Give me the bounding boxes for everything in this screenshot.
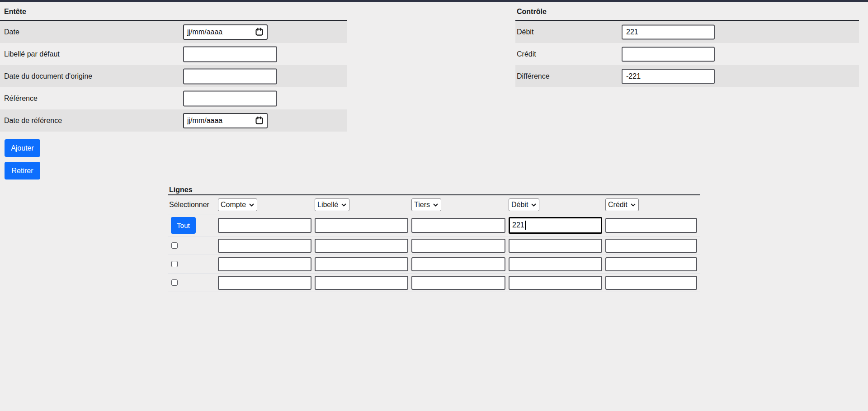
text-caret: [525, 221, 526, 230]
libelle-input[interactable]: [315, 239, 408, 253]
reference-input[interactable]: [183, 90, 277, 106]
form-row: Date de référence jj/mm/aaaa: [0, 109, 347, 132]
libelle-input[interactable]: [315, 257, 408, 271]
credit-input[interactable]: [605, 276, 697, 290]
date-reference-input[interactable]: jj/mm/aaaa: [183, 113, 268, 128]
date-document-origine-label: Date du document d'origine: [4, 72, 92, 80]
chevron-down-icon: [341, 203, 346, 207]
compte-input[interactable]: [218, 218, 311, 233]
tiers-input[interactable]: [411, 276, 505, 290]
debit-input[interactable]: [509, 239, 602, 253]
table-row: Tout 221: [168, 214, 700, 236]
form-row: Référence: [0, 87, 347, 109]
controle-section: Contrôle Débit Crédit Différence: [515, 2, 859, 87]
debit-total-input[interactable]: [622, 24, 715, 39]
libelle-select[interactable]: Libellé: [315, 198, 349, 211]
row-checkbox[interactable]: [171, 242, 178, 249]
date-label: Date: [4, 28, 19, 36]
debit-select[interactable]: Débit: [509, 198, 539, 211]
date-reference-placeholder: jj/mm/aaaa: [187, 117, 222, 125]
compte-select[interactable]: Compte: [218, 198, 257, 211]
lignes-table: Sélectionner Compte Libellé Tiers: [168, 194, 700, 292]
credit-select[interactable]: Crédit: [605, 198, 639, 211]
ajouter-button[interactable]: Ajouter: [5, 139, 40, 157]
difference-input[interactable]: [622, 69, 715, 84]
lignes-header-row: Sélectionner Compte Libellé Tiers: [168, 195, 700, 214]
entete-title: Entête: [0, 2, 347, 21]
row-checkbox[interactable]: [171, 279, 178, 286]
compte-input[interactable]: [218, 239, 311, 253]
difference-label: Différence: [517, 72, 550, 80]
reference-label: Référence: [4, 94, 38, 103]
debit-input-focused[interactable]: 221: [509, 217, 602, 234]
lignes-section: Lignes Sélectionner Compte Libellé Tiers: [168, 186, 700, 292]
date-reference-label: Date de référence: [4, 117, 62, 125]
table-row: [168, 255, 700, 274]
compte-input[interactable]: [218, 276, 311, 290]
credit-input[interactable]: [605, 257, 697, 271]
credit-input[interactable]: [605, 239, 697, 253]
table-row: [168, 274, 700, 292]
chevron-down-icon: [433, 203, 438, 207]
form-row: Débit: [515, 21, 859, 43]
lignes-title: Lignes: [168, 186, 700, 194]
credit-total-label: Crédit: [517, 50, 536, 58]
selectionner-label: Sélectionner: [169, 201, 209, 208]
calendar-icon[interactable]: [255, 116, 264, 125]
action-buttons: Ajouter Retirer: [5, 139, 40, 180]
debit-input[interactable]: [509, 276, 602, 290]
tout-button[interactable]: Tout: [171, 217, 196, 234]
calendar-icon[interactable]: [255, 28, 264, 36]
chevron-down-icon: [531, 203, 536, 207]
table-row: [168, 236, 700, 255]
debit-input[interactable]: [509, 257, 602, 271]
entete-section: Entête Date jj/mm/aaaa Libellé par défau…: [0, 2, 347, 132]
date-document-origine-input[interactable]: [183, 68, 277, 84]
libelle-input[interactable]: [315, 276, 408, 290]
tiers-input[interactable]: [411, 218, 505, 233]
date-input[interactable]: jj/mm/aaaa: [183, 24, 268, 40]
retirer-button[interactable]: Retirer: [5, 162, 40, 180]
date-placeholder: jj/mm/aaaa: [187, 28, 222, 36]
libelle-par-defaut-label: Libellé par défaut: [4, 50, 60, 58]
libelle-par-defaut-input[interactable]: [183, 46, 277, 62]
chevron-down-icon: [631, 203, 636, 207]
compte-input[interactable]: [218, 257, 311, 271]
debit-total-label: Débit: [517, 28, 533, 36]
libelle-input[interactable]: [315, 218, 408, 233]
form-row: Date jj/mm/aaaa: [0, 21, 347, 43]
form-row: Différence: [515, 65, 859, 87]
tiers-input[interactable]: [411, 257, 505, 271]
tiers-select[interactable]: Tiers: [411, 198, 441, 211]
credit-total-input[interactable]: [622, 47, 715, 61]
row-checkbox[interactable]: [171, 261, 178, 267]
tiers-input[interactable]: [411, 239, 505, 253]
credit-input[interactable]: [605, 218, 697, 233]
form-row: Libellé par défaut: [0, 43, 347, 65]
controle-title: Contrôle: [515, 2, 859, 21]
chevron-down-icon: [249, 203, 254, 207]
form-row: Date du document d'origine: [0, 65, 347, 87]
form-row: Crédit: [515, 43, 859, 65]
